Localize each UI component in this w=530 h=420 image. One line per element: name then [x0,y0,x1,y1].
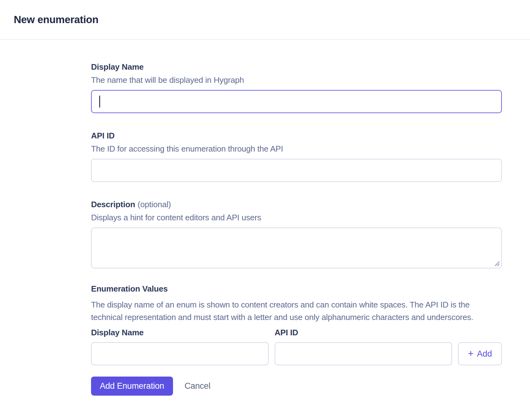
description-textarea[interactable] [91,228,502,268]
display-name-input[interactable] [91,90,502,113]
add-value-button[interactable]: + Add [458,342,502,365]
description-optional-suffix: (optional) [138,200,171,209]
display-name-hint: The name that will be displayed in Hygra… [91,75,502,85]
display-name-label: Display Name [91,62,502,72]
enumeration-form: Display Name The name that will be displ… [91,40,502,396]
enumeration-values-heading: Enumeration Values [91,284,502,293]
cancel-button[interactable]: Cancel [185,381,211,391]
add-value-button-label: Add [477,349,492,359]
enum-display-name-label: Display Name [91,328,269,337]
plus-icon: + [468,349,473,358]
form-actions: Add Enumeration Cancel [91,377,502,396]
description-label: Description(optional) [91,200,502,209]
api-id-input[interactable] [91,159,502,182]
enum-api-id-input[interactable] [275,342,452,365]
add-enumeration-button[interactable]: Add Enumeration [91,377,173,396]
api-id-label: API ID [91,131,502,140]
enum-value-inputs-row: + Add [91,342,502,365]
api-id-field: API ID The ID for accessing this enumera… [91,131,502,182]
enumeration-values-section: Enumeration Values The display name of a… [91,284,502,365]
enum-display-name-input[interactable] [91,342,269,365]
description-hint: Displays a hint for content editors and … [91,213,502,222]
display-name-field: Display Name The name that will be displ… [91,62,502,113]
enum-api-id-label: API ID [275,328,452,337]
text-cursor [99,96,100,108]
dialog-header: New enumeration [0,0,530,40]
page-title: New enumeration [14,14,99,26]
api-id-hint: The ID for accessing this enumeration th… [91,144,502,153]
enumeration-values-description: The display name of an enum is shown to … [91,298,502,323]
enum-value-labels-row: Display Name API ID [91,328,502,337]
textarea-resize-handle[interactable] [493,260,500,267]
description-field: Description(optional) Displays a hint fo… [91,200,502,268]
description-label-text: Description [91,200,135,209]
